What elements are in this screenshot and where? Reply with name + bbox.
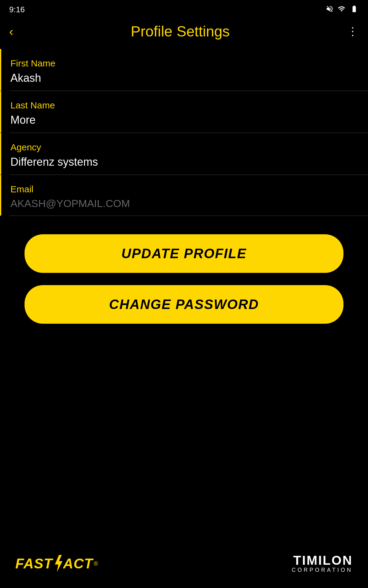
timilon-corporation: CORPORATION bbox=[292, 567, 353, 573]
update-profile-button[interactable]: UPDATE PROFILE bbox=[25, 234, 343, 273]
wifi-icon bbox=[337, 5, 346, 15]
fastact-reg-text: ® bbox=[94, 560, 98, 567]
fastact-fast-text: FAST bbox=[15, 555, 53, 572]
first-name-field: First Name Akash bbox=[0, 49, 368, 91]
agency-field: Agency Differenz systems bbox=[0, 133, 368, 175]
footer: FAST ACT ® TIMILON CORPORATION bbox=[0, 539, 368, 588]
agency-value[interactable]: Differenz systems bbox=[10, 156, 359, 175]
buttons-container: UPDATE PROFILE CHANGE PASSWORD bbox=[0, 219, 368, 339]
last-name-value[interactable]: More bbox=[10, 114, 359, 133]
first-name-value[interactable]: Akash bbox=[10, 72, 359, 91]
status-bar: 9:16 bbox=[0, 0, 368, 17]
first-name-label: First Name bbox=[10, 58, 359, 69]
email-label: Email bbox=[10, 184, 359, 194]
svg-marker-0 bbox=[55, 555, 62, 572]
change-password-button[interactable]: CHANGE PASSWORD bbox=[25, 285, 343, 324]
timilon-name: TIMILON bbox=[292, 554, 353, 567]
page-title: Profile Settings bbox=[13, 23, 347, 40]
header: ‹ Profile Settings ⋮ bbox=[0, 17, 368, 46]
mute-icon bbox=[326, 5, 334, 15]
last-name-field: Last Name More bbox=[0, 91, 368, 133]
fastact-logo: FAST ACT ® bbox=[15, 555, 98, 572]
email-field: Email AKASH@YOPMAIL.COM bbox=[0, 175, 368, 216]
status-icons bbox=[326, 5, 359, 15]
more-options-button[interactable]: ⋮ bbox=[347, 25, 359, 38]
email-value[interactable]: AKASH@YOPMAIL.COM bbox=[10, 198, 359, 216]
agency-label: Agency bbox=[10, 142, 359, 153]
profile-form: First Name Akash Last Name More Agency D… bbox=[0, 46, 368, 219]
fastact-lightning-icon bbox=[52, 555, 64, 572]
battery-icon bbox=[350, 5, 359, 15]
back-button[interactable]: ‹ bbox=[9, 25, 13, 38]
timilon-logo: TIMILON CORPORATION bbox=[292, 554, 353, 573]
fastact-act-text: ACT bbox=[63, 555, 93, 572]
divider-4 bbox=[9, 216, 368, 216]
status-time: 9:16 bbox=[9, 5, 25, 14]
last-name-label: Last Name bbox=[10, 100, 359, 111]
